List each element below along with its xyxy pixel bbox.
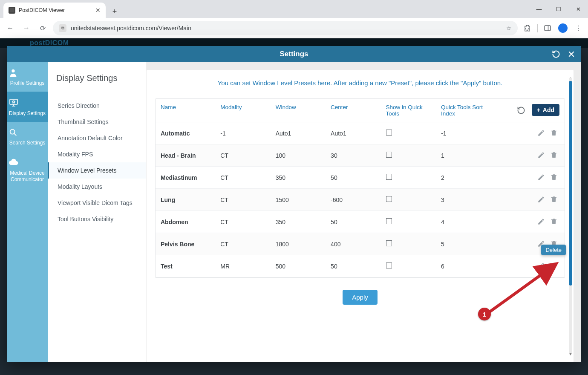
col-name[interactable]: Name xyxy=(156,99,215,122)
cell-show-quick-tools xyxy=(381,233,436,255)
scrollbar-down-icon[interactable]: ▼ xyxy=(568,352,573,356)
submenu-item[interactable]: Tool Buttons Visibility xyxy=(48,211,146,227)
settings-main-panel: You can set Window Level Presets here. A… xyxy=(147,62,581,362)
url-text: unitedstateswest.postdicom.com/Viewer/Ma… xyxy=(71,25,191,32)
window-close-icon[interactable]: ✕ xyxy=(568,0,588,18)
edit-icon[interactable] xyxy=(536,173,547,182)
apply-button[interactable]: Apply xyxy=(343,290,378,305)
window-minimize-icon[interactable]: — xyxy=(529,0,549,18)
checkbox[interactable] xyxy=(386,240,392,246)
delete-icon[interactable] xyxy=(548,261,559,271)
col-show-quick-tools[interactable]: Show in Quick Tools xyxy=(381,99,436,122)
delete-icon[interactable] xyxy=(548,217,559,226)
window-maximize-icon[interactable]: ☐ xyxy=(549,0,568,18)
cell-name: Lung xyxy=(156,189,215,211)
cell-modality: CT xyxy=(215,233,270,255)
page-title: Display Settings xyxy=(48,73,146,98)
nav-reload-icon[interactable]: ⟳ xyxy=(37,22,49,34)
cell-actions xyxy=(496,255,565,277)
scrollbar-thumb[interactable] xyxy=(569,81,572,286)
cell-center: -600 xyxy=(326,189,380,211)
cell-window: 1500 xyxy=(271,189,326,211)
submenu-item[interactable]: Modality Layouts xyxy=(48,179,146,195)
cell-name: Test xyxy=(156,255,215,277)
checkbox[interactable] xyxy=(386,152,392,158)
checkbox[interactable] xyxy=(386,262,392,268)
profile-avatar-icon[interactable] xyxy=(557,23,568,34)
delete-icon[interactable] xyxy=(548,128,559,138)
cell-show-quick-tools xyxy=(381,122,436,144)
edit-icon[interactable] xyxy=(536,217,547,226)
browser-tabbar: PostDICOM Viewer ✕ + — ☐ ✕ xyxy=(0,0,588,18)
sidebar-item-display-settings[interactable]: Display Settings xyxy=(7,92,48,122)
cell-show-quick-tools xyxy=(381,144,436,167)
col-modality[interactable]: Modality xyxy=(215,99,270,122)
submenu-item[interactable]: Thumbnail Settings xyxy=(48,114,146,130)
submenu-item[interactable]: Viewport Visible Dicom Tags xyxy=(48,195,146,211)
cell-modality: CT xyxy=(215,211,270,233)
delete-icon[interactable] xyxy=(548,150,559,160)
sidebar-item-medical-device-communicator[interactable]: Medical Device Communicator xyxy=(7,151,48,188)
site-info-icon[interactable]: ⧉ xyxy=(59,24,66,32)
apply-button-label: Apply xyxy=(352,294,368,301)
cell-modality: -1 xyxy=(215,122,270,144)
edit-icon[interactable] xyxy=(536,195,547,204)
edit-icon[interactable] xyxy=(536,128,547,138)
submenu-item[interactable]: Window Level Presets xyxy=(48,162,146,179)
sidebar-item-label: Medical Device Communicator xyxy=(9,170,46,183)
col-center[interactable]: Center xyxy=(326,99,380,122)
browser-toolbar: ← → ⟳ ⧉ unitedstateswest.postdicom.com/V… xyxy=(0,18,588,38)
tab-close-icon[interactable]: ✕ xyxy=(95,7,101,14)
card-scrollbar[interactable]: ▲ ▼ xyxy=(569,78,572,355)
cell-center: 50 xyxy=(326,211,380,233)
nav-forward-icon[interactable]: → xyxy=(20,22,32,34)
checkbox[interactable] xyxy=(386,130,392,136)
person-icon xyxy=(9,68,46,78)
monitor-gear-icon xyxy=(9,98,46,108)
settings-icon-sidebar: Profile Settings Display Settings Search… xyxy=(7,62,48,362)
col-window[interactable]: Window xyxy=(271,99,326,122)
table-refresh-icon[interactable] xyxy=(516,105,527,116)
svg-point-5 xyxy=(12,69,14,72)
delete-tooltip: Delete xyxy=(541,245,566,255)
browser-tab[interactable]: PostDICOM Viewer ✕ xyxy=(3,3,106,18)
cell-actions xyxy=(496,211,565,233)
address-bar[interactable]: ⧉ unitedstateswest.postdicom.com/Viewer/… xyxy=(53,21,518,35)
col-sort-index[interactable]: Quick Tools Sort Index xyxy=(436,99,496,122)
bookmark-star-icon[interactable]: ☆ xyxy=(506,25,512,32)
presets-table: Name Modality Window Center Show in Quic… xyxy=(155,98,565,278)
new-tab-button[interactable]: + xyxy=(108,5,121,18)
cell-sort-index: 5 xyxy=(436,233,496,255)
cell-show-quick-tools xyxy=(381,167,436,189)
svg-rect-1 xyxy=(545,26,551,31)
cell-name: Head - Brain xyxy=(156,144,215,167)
sidebar-item-profile-settings[interactable]: Profile Settings xyxy=(7,62,48,92)
checkbox[interactable] xyxy=(386,174,392,180)
extensions-icon[interactable] xyxy=(522,23,533,34)
edit-icon[interactable] xyxy=(536,150,547,160)
side-panel-icon[interactable] xyxy=(542,23,553,34)
col-actions: + Add xyxy=(496,99,565,122)
submenu-item[interactable]: Modality FPS xyxy=(48,146,146,162)
delete-icon[interactable] xyxy=(548,173,559,182)
browser-chrome: PostDICOM Viewer ✕ + — ☐ ✕ ← → ⟳ ⧉ unite… xyxy=(0,0,588,38)
sidebar-item-search-settings[interactable]: Search Settings xyxy=(7,122,48,151)
annotation-badge-text: 1 xyxy=(483,311,486,318)
checkbox[interactable] xyxy=(386,196,392,202)
svg-rect-0 xyxy=(10,8,14,12)
modal-refresh-icon[interactable] xyxy=(550,48,562,61)
cloud-icon xyxy=(9,157,46,167)
modal-close-icon[interactable] xyxy=(565,48,578,61)
delete-icon[interactable] xyxy=(548,195,559,204)
cell-name: Pelvis Bone xyxy=(156,233,215,255)
add-preset-button[interactable]: + Add xyxy=(532,104,559,116)
table-row: AbdomenCT350504 xyxy=(156,211,565,233)
tab-favicon xyxy=(9,7,15,14)
sidebar-item-label: Display Settings xyxy=(9,110,46,117)
browser-menu-icon[interactable]: ⋮ xyxy=(573,23,584,34)
checkbox[interactable] xyxy=(386,218,392,224)
nav-back-icon[interactable]: ← xyxy=(4,22,16,34)
submenu-item[interactable]: Series Direction xyxy=(48,98,146,114)
edit-icon[interactable] xyxy=(536,261,547,271)
submenu-item[interactable]: Annotation Default Color xyxy=(48,130,146,146)
